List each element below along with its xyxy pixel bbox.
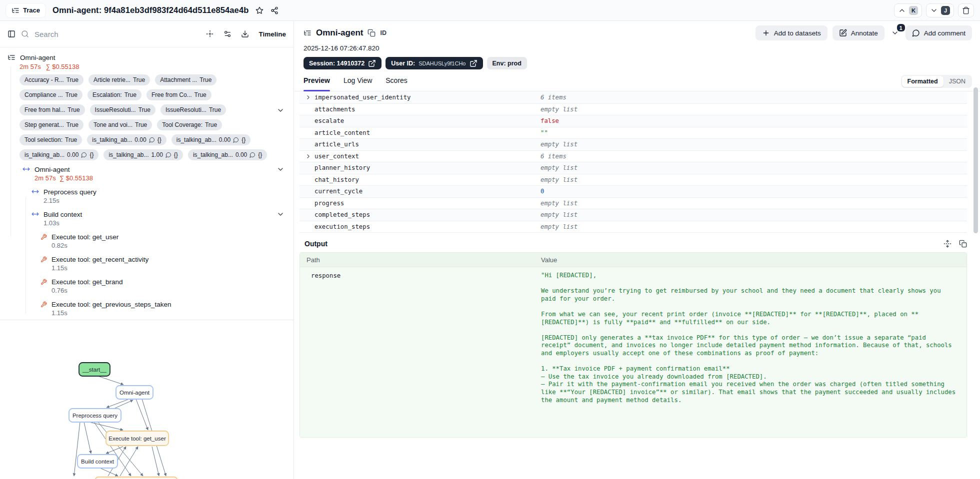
- annotate-queue-chevron[interactable]: 1: [890, 28, 900, 38]
- graph-node-Omni-agent[interactable]: Omni-agent: [116, 386, 153, 399]
- prev-trace-button[interactable]: K: [894, 3, 922, 17]
- copy-id-button[interactable]: [368, 29, 376, 37]
- span-collapse-chevron[interactable]: [276, 210, 284, 218]
- score-tag-label: Tool selection:: [24, 136, 62, 143]
- tab-preview[interactable]: Preview: [304, 76, 330, 91]
- tree-span-row[interactable]: Build context1.03s: [0, 210, 294, 227]
- session-badge[interactable]: Session: 14910372: [304, 57, 382, 69]
- toggle-json[interactable]: JSON: [944, 76, 971, 87]
- delete-trace-button[interactable]: [958, 3, 974, 17]
- score-tag-value: 0.00: [67, 151, 78, 158]
- tool-wrench-icon: [40, 301, 47, 308]
- input-row-impersonated_user_identity[interactable]: impersonated_user_identity6 items: [300, 92, 967, 104]
- span-duration: 1.15s: [52, 309, 171, 317]
- next-trace-button[interactable]: J: [926, 3, 954, 17]
- score-tag[interactable]: IssueResoluti...True: [160, 104, 226, 115]
- input-value: empty list: [540, 200, 967, 207]
- output-value: "Hi [REDACTED], We understand you’re try…: [541, 267, 966, 410]
- tree-span-row[interactable]: Preprocess query2.15s: [0, 187, 294, 205]
- expand-chevron[interactable]: [305, 94, 312, 101]
- chevron-right-icon: [305, 93, 312, 101]
- tree-root-row[interactable]: Omni-agent: [0, 53, 294, 61]
- graph-edge: [120, 447, 138, 476]
- tree-span-row[interactable]: Execute tool: get_brand0.76s: [0, 277, 294, 295]
- input-key: attachments: [300, 106, 540, 113]
- tree-root-metrics: 2m 57s ∑ $0.55138: [0, 63, 294, 70]
- annotate-button[interactable]: Annotate: [832, 25, 884, 40]
- input-value: empty list: [540, 176, 967, 183]
- tree-span-row[interactable]: Execute tool: get_recent_activity1.15s: [0, 255, 294, 272]
- sigma-icon: ∑: [46, 63, 50, 70]
- score-tag[interactable]: Attachment ...True: [155, 74, 216, 85]
- comment-icon: [149, 137, 155, 143]
- score-tag[interactable]: Article retrie...True: [88, 74, 150, 85]
- vertical-scrollbar-thumb[interactable]: [974, 87, 978, 233]
- score-tag[interactable]: Free from hal...True: [20, 104, 85, 115]
- input-key: planner_history: [300, 164, 540, 171]
- add-comment-button[interactable]: Add comment: [906, 25, 972, 40]
- tree-span-row[interactable]: Execute tool: get_user0.82s: [0, 232, 294, 250]
- score-tag[interactable]: is_talking_ab...0.00{}: [188, 149, 267, 160]
- key-spacer: [305, 141, 312, 148]
- score-tag[interactable]: Accuracy - R...True: [20, 74, 84, 85]
- display-settings-icon[interactable]: [224, 30, 232, 38]
- search-input[interactable]: [34, 30, 140, 38]
- external-link-icon: [470, 59, 478, 67]
- tree-root-collapse-chevron[interactable]: [276, 106, 284, 114]
- tool-wrench-icon: [40, 234, 47, 240]
- view-format-toggle: Formatted JSON: [901, 75, 972, 88]
- input-key: article_content: [300, 129, 540, 136]
- score-tag[interactable]: Free from Co...True: [146, 89, 212, 100]
- comment-icon: [166, 152, 172, 158]
- input-key: chat_history: [300, 176, 540, 183]
- score-tag[interactable]: Step generat...True: [20, 119, 84, 130]
- expand-all-icon[interactable]: [206, 30, 214, 38]
- score-tag-braces: {}: [158, 136, 162, 143]
- share-button[interactable]: [270, 6, 278, 14]
- annotation-count-badge: 1: [897, 24, 905, 31]
- timeline-toggle[interactable]: Timeline: [258, 30, 286, 38]
- score-tag[interactable]: Compliance ...True: [20, 89, 82, 100]
- score-tag[interactable]: is_talking_ab...0.00{}: [87, 134, 166, 145]
- graph-edge: [89, 422, 123, 430]
- span-label: Execute tool: get_user: [52, 233, 118, 241]
- score-tag-value: True: [133, 76, 145, 83]
- score-tag[interactable]: Tool selection:True: [20, 134, 82, 145]
- score-tag-value: True: [135, 121, 147, 128]
- graph-node-__start__[interactable]: __start__: [79, 363, 110, 376]
- user-id-badge[interactable]: User ID: SDAHUSLy9f1CHo: [386, 57, 482, 69]
- star-button[interactable]: [256, 6, 264, 14]
- tool-wrench-icon: [40, 256, 47, 263]
- copy-icon[interactable]: [959, 240, 967, 248]
- score-tag-label: Escalation:: [92, 91, 122, 98]
- add-to-datasets-button[interactable]: Add to datasets: [756, 25, 828, 40]
- toggle-formatted[interactable]: Formatted: [902, 76, 944, 87]
- score-tag[interactable]: is_talking_ab...0.00{}: [172, 134, 250, 145]
- graph-node-clipped[interactable]: [95, 477, 178, 479]
- trace-detail-panel: Omni-agent ID Add to datasets Annotate 1: [294, 21, 980, 479]
- tab-log-view[interactable]: Log View: [344, 76, 372, 91]
- score-tag[interactable]: Tone and voi...True: [88, 119, 152, 130]
- panel-collapse-icon[interactable]: [8, 30, 16, 38]
- root-duration: 2m 57s: [20, 63, 41, 70]
- chevron-down-icon: [276, 165, 284, 173]
- span-collapse-chevron[interactable]: [276, 165, 284, 173]
- graph-node-Build context[interactable]: Build context: [78, 455, 118, 468]
- score-tag[interactable]: Escalation:True: [88, 89, 142, 100]
- graph-node-Preprocess query[interactable]: Preprocess query: [69, 409, 121, 422]
- score-tag[interactable]: Tool Coverage:True: [157, 119, 222, 130]
- agent-graph-panel: __start__Omni-agentPreprocess queryExecu…: [0, 320, 294, 479]
- graph-node-Execute tool: get_user[interactable]: Execute tool: get_user: [106, 431, 168, 446]
- expand-chevron[interactable]: [305, 153, 312, 159]
- tree-span-row[interactable]: Execute tool: get_previous_steps_taken1.…: [0, 300, 294, 317]
- chevron-right-icon: [305, 152, 312, 160]
- tree-span-row[interactable]: Omni-agent2m 57s ∑ $0.55138: [0, 165, 294, 182]
- score-tag[interactable]: is_talking_ab...0.00{}: [20, 149, 98, 160]
- score-tag[interactable]: is_talking_ab...1.00{}: [104, 149, 182, 160]
- tab-scores[interactable]: Scores: [386, 76, 408, 91]
- score-tag-value: True: [200, 76, 212, 83]
- input-row-user_context[interactable]: user_context6 items: [300, 151, 967, 163]
- download-icon[interactable]: [241, 30, 249, 38]
- score-tag[interactable]: IssueResoluti...True: [90, 104, 156, 115]
- unfold-vertical-icon[interactable]: [944, 240, 952, 248]
